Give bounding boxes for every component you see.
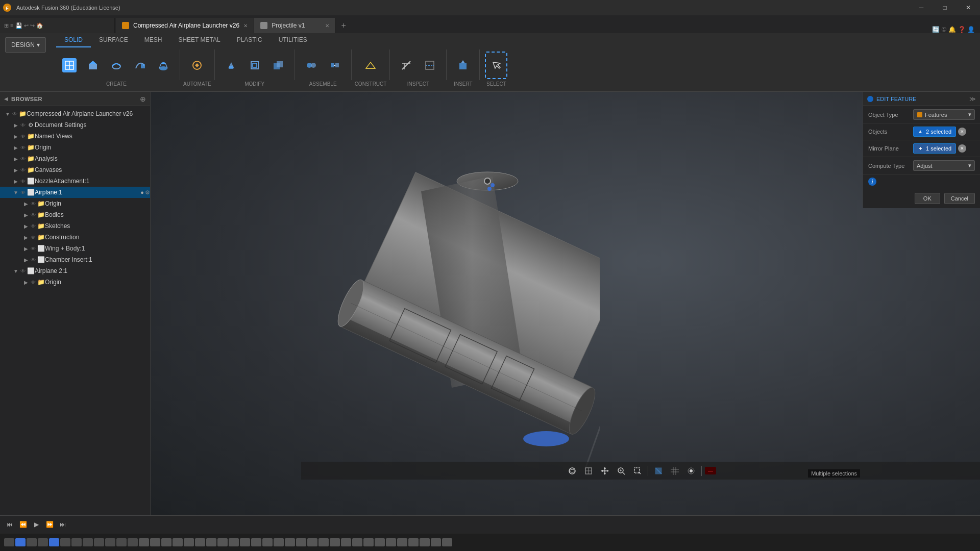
root-eye-icon[interactable]: 👁	[11, 111, 18, 117]
chamber-eye[interactable]: 👁	[30, 257, 37, 263]
timeline-marker[interactable]	[408, 538, 419, 546]
timeline-marker[interactable]	[105, 538, 115, 546]
ap1-origin-arrow[interactable]: ▶	[22, 200, 30, 207]
origin-arrow[interactable]: ▶	[12, 144, 19, 151]
plane-button[interactable]	[359, 52, 382, 79]
browser-root-item[interactable]: ▼ 👁 📁 Compressed Air Airplane Launcher v…	[0, 108, 150, 119]
revolve-button[interactable]	[105, 52, 128, 79]
inspect-button[interactable]	[395, 52, 418, 79]
timeline-marker[interactable]	[274, 538, 284, 546]
timeline-marker[interactable]	[195, 538, 205, 546]
browser-item-nozzle[interactable]: ▶ 👁 ⬜ NozzleAttachment:1	[0, 176, 150, 187]
airplane21-arrow[interactable]: ▼	[12, 267, 19, 274]
timeline-marker[interactable]	[173, 538, 183, 546]
timeline-marker[interactable]	[15, 538, 26, 546]
nav-tab-plastic[interactable]: PLASTIC	[229, 33, 271, 47]
timeline-marker[interactable]	[352, 538, 362, 546]
design-button[interactable]: DESIGN ▾	[5, 37, 46, 53]
browser-item-canvases[interactable]: ▶ 👁 📁 Canvases	[0, 164, 150, 176]
timeline-marker[interactable]	[420, 538, 430, 546]
as-built-joint-button[interactable]	[324, 52, 346, 79]
canvases-eye[interactable]: 👁	[19, 167, 27, 173]
sweep-button[interactable]	[129, 52, 151, 79]
timeline-marker[interactable]	[296, 538, 306, 546]
anim-first-button[interactable]: ⏮	[4, 519, 15, 530]
sketches-arrow[interactable]: ▶	[22, 222, 30, 230]
analysis-eye[interactable]: 👁	[19, 156, 27, 162]
canvases-arrow[interactable]: ▶	[12, 166, 19, 173]
timeline-marker[interactable]	[386, 538, 396, 546]
browser-item-analysis[interactable]: ▶ 👁 📁 Analysis	[0, 153, 150, 164]
browser-item-document-settings[interactable]: ▶ 👁 ⚙ Document Settings	[0, 119, 150, 131]
timeline-marker[interactable]	[229, 538, 239, 546]
insert-button[interactable]	[452, 52, 474, 79]
browser-item-airplane21[interactable]: ▼ 👁 ⬜ Airplane 2:1	[0, 265, 150, 277]
chamber-arrow[interactable]: ▶	[22, 256, 30, 263]
main-canvas[interactable]: Y X Z Right	[151, 92, 980, 515]
objects-selected-button[interactable]: 2 selected	[913, 127, 956, 137]
browser-item-wing[interactable]: ▶ 👁 ⬜ Wing + Body:1	[0, 243, 150, 254]
airplane1-arrow[interactable]: ▼	[12, 189, 19, 196]
timeline-marker[interactable]	[38, 538, 48, 546]
mirror-plane-clear-button[interactable]: ✕	[958, 144, 966, 153]
orbit-button[interactable]	[565, 464, 579, 478]
browser-item-airplane1-origin[interactable]: ▶ 👁 📁 Origin	[0, 198, 150, 209]
timeline-marker[interactable]	[49, 538, 59, 546]
named-views-arrow[interactable]: ▶	[12, 133, 19, 140]
sketches-eye[interactable]: 👁	[30, 223, 37, 229]
timeline-marker[interactable]	[71, 538, 82, 546]
ap21-origin-eye[interactable]: 👁	[30, 280, 37, 285]
objects-clear-button[interactable]: ✕	[958, 128, 966, 136]
browser-item-airplane1[interactable]: ▼ 👁 ⬜ Airplane:1 ● ⚙	[0, 187, 150, 198]
timeline-marker[interactable]	[363, 538, 374, 546]
modify-button[interactable]	[220, 52, 242, 79]
anim-play-button[interactable]: ▶	[31, 519, 42, 530]
timeline-marker[interactable]	[285, 538, 295, 546]
browser-item-airplane21-origin[interactable]: ▶ 👁 📁 Origin	[0, 277, 150, 288]
close-tab-button[interactable]: ✕	[243, 23, 248, 29]
timeline-marker[interactable]	[60, 538, 70, 546]
timeline-marker[interactable]	[397, 538, 407, 546]
timeline-marker[interactable]	[431, 538, 441, 546]
new-component-button[interactable]	[58, 52, 81, 79]
timeline-marker[interactable]	[251, 538, 261, 546]
compute-type-dropdown[interactable]: Adjust ▾	[913, 160, 975, 171]
timeline-marker[interactable]	[330, 538, 340, 546]
timeline-marker[interactable]	[150, 538, 160, 546]
zoom-window-button[interactable]	[630, 464, 645, 478]
timeline-marker[interactable]	[4, 538, 14, 546]
doc-settings-arrow[interactable]: ▶	[12, 121, 19, 129]
timeline-marker[interactable]	[161, 538, 172, 546]
anim-next-button[interactable]: ⏩	[44, 519, 55, 530]
timeline-marker[interactable]	[27, 538, 37, 546]
browser-item-origin[interactable]: ▶ 👁 📁 Origin	[0, 142, 150, 153]
ap1-origin-eye[interactable]: 👁	[30, 201, 37, 207]
joint-button[interactable]	[300, 52, 323, 79]
ok-button[interactable]: OK	[915, 193, 940, 204]
timeline-marker[interactable]	[375, 538, 385, 546]
automate-button[interactable]	[186, 52, 208, 79]
timeline-marker[interactable]	[318, 538, 329, 546]
doc-settings-eye[interactable]: 👁	[19, 122, 27, 128]
nav-tab-mesh[interactable]: MESH	[136, 33, 170, 47]
timeline-marker[interactable]	[442, 538, 452, 546]
close-button[interactable]: ✕	[957, 0, 980, 15]
maximize-button[interactable]: □	[933, 0, 957, 15]
ap21-origin-arrow[interactable]: ▶	[22, 279, 30, 286]
timeline-marker[interactable]	[341, 538, 351, 546]
construction-eye[interactable]: 👁	[30, 235, 37, 240]
timeline-marker[interactable]	[94, 538, 104, 546]
browser-item-chamber[interactable]: ▶ 👁 ⬜ Chamber Insert:1	[0, 254, 150, 265]
airplane1-eye[interactable]: 👁	[19, 190, 27, 195]
close-tab-button-2[interactable]: ✕	[325, 23, 329, 29]
timeline-marker[interactable]	[307, 538, 317, 546]
wing-eye[interactable]: 👁	[30, 246, 37, 252]
nav-tab-surface[interactable]: SURFACE	[91, 33, 136, 47]
minimize-button[interactable]: ─	[910, 0, 933, 15]
snap-button[interactable]	[684, 464, 698, 478]
object-type-dropdown[interactable]: Features ▾	[913, 109, 975, 120]
display-mode-button[interactable]	[651, 464, 666, 478]
nav-tab-solid[interactable]: SOLID	[56, 33, 91, 47]
construction-arrow[interactable]: ▶	[22, 234, 30, 241]
timeline-marker[interactable]	[83, 538, 93, 546]
